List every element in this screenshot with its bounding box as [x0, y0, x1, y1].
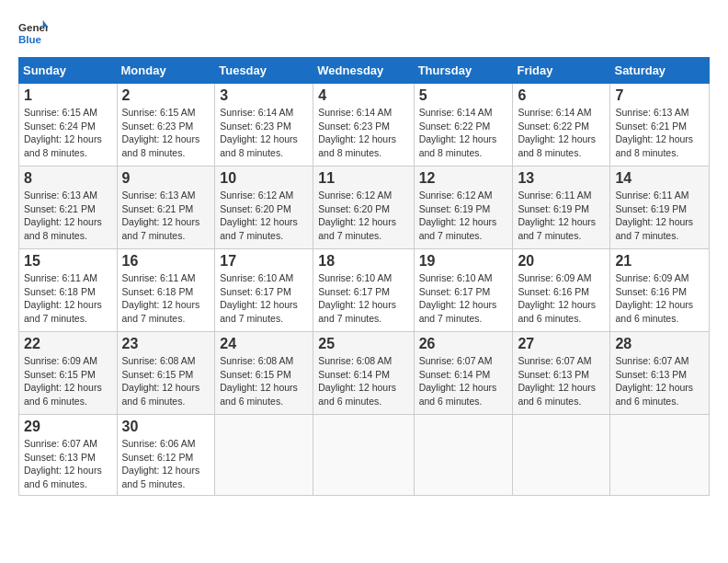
svg-text:Blue: Blue: [18, 34, 42, 45]
day-info: Sunrise: 6:10 AMSunset: 6:17 PMDaylight:…: [318, 271, 408, 326]
column-header-thursday: Thursday: [414, 58, 513, 84]
day-info: Sunrise: 6:15 AMSunset: 6:23 PMDaylight:…: [122, 106, 210, 160]
calendar-cell: 24Sunrise: 6:08 AMSunset: 6:15 PMDayligh…: [215, 332, 313, 415]
day-number: 4: [318, 87, 408, 104]
day-number: 27: [518, 336, 605, 352]
calendar-cell: 17Sunrise: 6:10 AMSunset: 6:17 PMDayligh…: [215, 249, 313, 332]
column-header-monday: Monday: [117, 58, 215, 84]
day-info: Sunrise: 6:07 AMSunset: 6:13 PMDaylight:…: [24, 437, 112, 491]
day-info: Sunrise: 6:14 AMSunset: 6:22 PMDaylight:…: [419, 106, 508, 160]
day-info: Sunrise: 6:08 AMSunset: 6:14 PMDaylight:…: [318, 354, 408, 408]
day-info: Sunrise: 6:09 AMSunset: 6:16 PMDaylight:…: [615, 271, 704, 326]
day-info: Sunrise: 6:12 AMSunset: 6:20 PMDaylight:…: [220, 189, 308, 243]
day-info: Sunrise: 6:14 AMSunset: 6:22 PMDaylight:…: [518, 106, 605, 160]
day-info: Sunrise: 6:07 AMSunset: 6:13 PMDaylight:…: [518, 354, 605, 408]
calendar-cell: 13Sunrise: 6:11 AMSunset: 6:19 PMDayligh…: [513, 167, 610, 249]
day-number: 9: [122, 170, 210, 187]
page-header: General Blue: [18, 18, 710, 48]
week-row-4: 22Sunrise: 6:09 AMSunset: 6:15 PMDayligh…: [19, 332, 710, 415]
day-number: 14: [615, 170, 704, 187]
week-row-5: 29Sunrise: 6:07 AMSunset: 6:13 PMDayligh…: [19, 415, 710, 496]
day-info: Sunrise: 6:13 AMSunset: 6:21 PMDaylight:…: [24, 189, 112, 243]
calendar-cell: 25Sunrise: 6:08 AMSunset: 6:14 PMDayligh…: [313, 332, 414, 415]
day-number: 24: [220, 336, 308, 352]
day-number: 5: [419, 87, 508, 104]
day-number: 12: [419, 170, 508, 187]
calendar-cell: 21Sunrise: 6:09 AMSunset: 6:16 PMDayligh…: [610, 249, 710, 332]
day-info: Sunrise: 6:09 AMSunset: 6:16 PMDaylight:…: [518, 271, 605, 326]
day-info: Sunrise: 6:08 AMSunset: 6:15 PMDaylight:…: [122, 354, 210, 408]
day-number: 19: [419, 253, 508, 270]
day-number: 13: [518, 170, 605, 187]
day-info: Sunrise: 6:09 AMSunset: 6:15 PMDaylight:…: [24, 354, 112, 408]
day-number: 3: [220, 87, 308, 104]
calendar-cell: 26Sunrise: 6:07 AMSunset: 6:14 PMDayligh…: [414, 332, 513, 415]
day-info: Sunrise: 6:12 AMSunset: 6:19 PMDaylight:…: [419, 189, 508, 243]
calendar-cell: 14Sunrise: 6:11 AMSunset: 6:19 PMDayligh…: [610, 167, 710, 249]
calendar-header-row: SundayMondayTuesdayWednesdayThursdayFrid…: [19, 58, 710, 84]
calendar-cell: 3Sunrise: 6:14 AMSunset: 6:23 PMDaylight…: [215, 84, 313, 167]
day-info: Sunrise: 6:10 AMSunset: 6:17 PMDaylight:…: [220, 271, 308, 326]
day-number: 17: [220, 253, 308, 270]
day-info: Sunrise: 6:07 AMSunset: 6:13 PMDaylight:…: [615, 354, 704, 408]
day-info: Sunrise: 6:11 AMSunset: 6:19 PMDaylight:…: [518, 189, 605, 243]
day-info: Sunrise: 6:11 AMSunset: 6:18 PMDaylight:…: [24, 271, 112, 326]
day-info: Sunrise: 6:13 AMSunset: 6:21 PMDaylight:…: [615, 106, 704, 160]
calendar-cell: 6Sunrise: 6:14 AMSunset: 6:22 PMDaylight…: [513, 84, 610, 167]
calendar-cell: 1Sunrise: 6:15 AMSunset: 6:24 PMDaylight…: [19, 84, 118, 167]
day-number: 10: [220, 170, 308, 187]
day-info: Sunrise: 6:10 AMSunset: 6:17 PMDaylight:…: [419, 271, 508, 326]
calendar-cell: 18Sunrise: 6:10 AMSunset: 6:17 PMDayligh…: [313, 249, 414, 332]
calendar-cell: 9Sunrise: 6:13 AMSunset: 6:21 PMDaylight…: [117, 167, 215, 249]
day-info: Sunrise: 6:07 AMSunset: 6:14 PMDaylight:…: [419, 354, 508, 408]
week-row-1: 1Sunrise: 6:15 AMSunset: 6:24 PMDaylight…: [19, 84, 710, 167]
day-number: 18: [318, 253, 408, 270]
column-header-saturday: Saturday: [610, 58, 710, 84]
calendar-cell: 22Sunrise: 6:09 AMSunset: 6:15 PMDayligh…: [19, 332, 118, 415]
calendar-cell: 30Sunrise: 6:06 AMSunset: 6:12 PMDayligh…: [117, 415, 215, 496]
day-info: Sunrise: 6:11 AMSunset: 6:18 PMDaylight:…: [122, 271, 210, 326]
calendar-cell: 29Sunrise: 6:07 AMSunset: 6:13 PMDayligh…: [19, 415, 118, 496]
calendar-cell: 8Sunrise: 6:13 AMSunset: 6:21 PMDaylight…: [19, 167, 118, 249]
calendar-cell: [215, 415, 313, 496]
day-number: 6: [518, 87, 605, 104]
column-header-wednesday: Wednesday: [313, 58, 414, 84]
calendar-cell: 2Sunrise: 6:15 AMSunset: 6:23 PMDaylight…: [117, 84, 215, 167]
day-number: 28: [615, 336, 704, 352]
calendar-cell: 16Sunrise: 6:11 AMSunset: 6:18 PMDayligh…: [117, 249, 215, 332]
day-number: 23: [122, 336, 210, 352]
calendar-cell: 27Sunrise: 6:07 AMSunset: 6:13 PMDayligh…: [513, 332, 610, 415]
calendar-cell: [513, 415, 610, 496]
day-number: 1: [24, 87, 112, 104]
day-info: Sunrise: 6:12 AMSunset: 6:20 PMDaylight:…: [318, 189, 408, 243]
day-number: 8: [24, 170, 112, 187]
calendar-cell: 19Sunrise: 6:10 AMSunset: 6:17 PMDayligh…: [414, 249, 513, 332]
calendar-cell: 23Sunrise: 6:08 AMSunset: 6:15 PMDayligh…: [117, 332, 215, 415]
calendar-cell: 5Sunrise: 6:14 AMSunset: 6:22 PMDaylight…: [414, 84, 513, 167]
day-number: 16: [122, 253, 210, 270]
day-info: Sunrise: 6:15 AMSunset: 6:24 PMDaylight:…: [24, 106, 112, 160]
day-number: 25: [318, 336, 408, 352]
calendar-cell: [414, 415, 513, 496]
column-header-friday: Friday: [513, 58, 610, 84]
calendar-cell: [313, 415, 414, 496]
logo-icon: General Blue: [18, 18, 48, 48]
calendar-cell: 12Sunrise: 6:12 AMSunset: 6:19 PMDayligh…: [414, 167, 513, 249]
calendar-cell: 15Sunrise: 6:11 AMSunset: 6:18 PMDayligh…: [19, 249, 118, 332]
column-header-sunday: Sunday: [19, 58, 118, 84]
calendar-cell: [610, 415, 710, 496]
logo: General Blue: [18, 18, 51, 48]
day-number: 21: [615, 253, 704, 270]
calendar-cell: 7Sunrise: 6:13 AMSunset: 6:21 PMDaylight…: [610, 84, 710, 167]
calendar-cell: 11Sunrise: 6:12 AMSunset: 6:20 PMDayligh…: [313, 167, 414, 249]
day-info: Sunrise: 6:11 AMSunset: 6:19 PMDaylight:…: [615, 189, 704, 243]
day-info: Sunrise: 6:08 AMSunset: 6:15 PMDaylight:…: [220, 354, 308, 408]
calendar-table: SundayMondayTuesdayWednesdayThursdayFrid…: [18, 57, 710, 496]
day-info: Sunrise: 6:14 AMSunset: 6:23 PMDaylight:…: [318, 106, 408, 160]
week-row-2: 8Sunrise: 6:13 AMSunset: 6:21 PMDaylight…: [19, 167, 710, 249]
day-info: Sunrise: 6:13 AMSunset: 6:21 PMDaylight:…: [122, 189, 210, 243]
day-number: 22: [24, 336, 112, 352]
day-number: 30: [122, 419, 210, 435]
day-info: Sunrise: 6:14 AMSunset: 6:23 PMDaylight:…: [220, 106, 308, 160]
calendar-cell: 4Sunrise: 6:14 AMSunset: 6:23 PMDaylight…: [313, 84, 414, 167]
